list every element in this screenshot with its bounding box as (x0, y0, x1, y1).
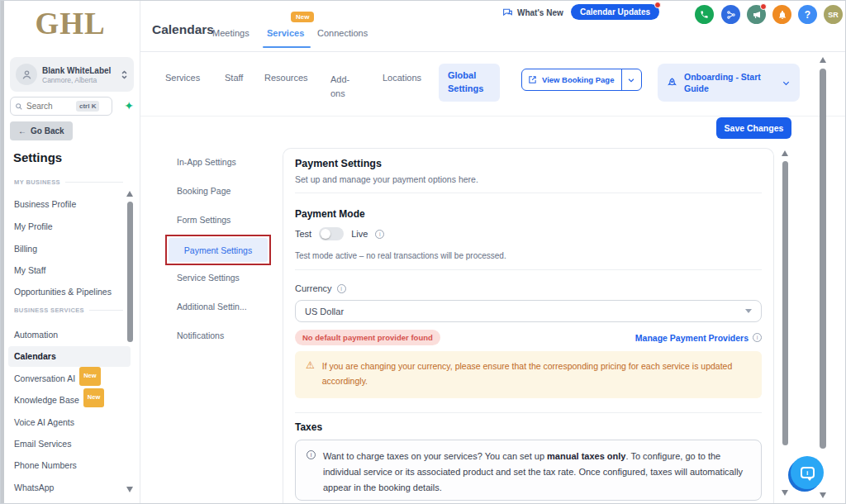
menu-additional-settings[interactable]: Additional Settin... (177, 302, 247, 311)
menu-payment-settings[interactable]: Payment Settings (169, 238, 268, 262)
page-scroll-up[interactable] (820, 57, 826, 63)
onboarding-start-guide-button[interactable]: Onboarding - Start Guide (658, 64, 800, 102)
taxes-info-box: Want to charge taxes on your services? Y… (295, 440, 762, 501)
sidebar-item-billing[interactable]: Billing (14, 240, 128, 257)
menu-form-settings[interactable]: Form Settings (177, 215, 231, 225)
menu-notifications[interactable]: Notifications (177, 330, 224, 340)
onboarding-label: Onboarding - Start Guide (684, 71, 775, 94)
content-scrollbar[interactable] (782, 161, 788, 445)
sidebar: GHL Blank WhiteLabel Canmore, Alberta (4, 1, 140, 504)
integrations-icon[interactable] (721, 5, 740, 24)
subtab-staff[interactable]: Staff (225, 73, 243, 83)
subtab-locations[interactable]: Locations (383, 73, 421, 83)
sidebar-item-phone-numbers[interactable]: Phone Numbers (14, 457, 128, 473)
notification-dot (654, 2, 661, 8)
sidebar-scrollbar[interactable] (127, 202, 133, 342)
currency-label: Currency (295, 283, 332, 293)
search-input[interactable] (26, 102, 73, 111)
new-badge: New (83, 388, 104, 407)
sidebar-scroll-down[interactable] (126, 487, 133, 492)
account-avatar-icon (16, 64, 37, 85)
whats-new-button[interactable]: What's New (502, 7, 563, 18)
chevron-down-icon[interactable] (627, 76, 635, 84)
sidebar-item-conversation-ai[interactable]: Conversation AINew (14, 370, 128, 387)
sidebar-item-voice-ai-agents[interactable]: Voice AI Agents (14, 414, 128, 430)
chevron-down-icon (782, 78, 791, 88)
support-chat-button[interactable] (791, 456, 824, 489)
sidebar-item-email-services[interactable]: Email Services (14, 435, 128, 452)
chevron-down-icon (745, 309, 752, 313)
page-scroll-down[interactable] (820, 492, 826, 498)
sidebar-item-opportunities-pipelines[interactable]: Opportunities & Pipelines (14, 283, 128, 300)
sidebar-item-whatsapp[interactable]: WhatsApp (14, 479, 128, 496)
phone-icon[interactable] (695, 5, 714, 24)
view-booking-page-button[interactable]: View Booking Page (521, 69, 642, 91)
toggle-knob (321, 229, 330, 239)
sidebar-item-calendars[interactable]: Calendars (8, 346, 131, 367)
save-changes-button[interactable]: Save Changes (716, 117, 791, 139)
button-divider (621, 69, 622, 90)
live-label: Live (351, 229, 368, 239)
taxes-heading: Taxes (295, 421, 322, 433)
menu-service-settings[interactable]: Service Settings (177, 273, 240, 283)
tab-services[interactable]: Services (267, 28, 304, 38)
bell-icon[interactable] (772, 5, 791, 24)
menu-booking-page[interactable]: Booking Page (177, 186, 231, 196)
divider (295, 269, 762, 270)
subtab-resources[interactable]: Resources (264, 73, 308, 83)
settings-title: Settings (13, 150, 62, 164)
sidebar-item-business-profile[interactable]: Business Profile (14, 196, 128, 212)
services-new-badge: New (291, 12, 314, 22)
currency-select[interactable]: US Dollar (295, 300, 762, 322)
warning-icon (306, 359, 315, 390)
whats-new-icon (502, 7, 513, 18)
tab-meetings[interactable]: Meetings (212, 28, 250, 38)
mode-toggle[interactable] (319, 227, 344, 240)
subtab-add-ons[interactable]: Add-ons (330, 73, 359, 100)
currency-warning-text: If you are changing your currency, pleas… (322, 359, 744, 390)
section-label-business-services: BUSINESS SERVICES (14, 307, 123, 314)
external-link-icon (528, 75, 537, 84)
account-switcher[interactable]: Blank WhiteLabel Canmore, Alberta (10, 57, 134, 92)
info-icon[interactable] (337, 284, 346, 293)
sidebar-item-my-staff[interactable]: My Staff (14, 262, 128, 278)
info-icon[interactable] (375, 230, 384, 239)
taxes-info-text: Want to charge taxes on your services? Y… (323, 449, 750, 492)
new-badge: New (79, 367, 100, 386)
page-title: Calendars (152, 22, 214, 37)
announcements-icon[interactable] (747, 5, 766, 24)
subtab-services[interactable]: Services (165, 73, 200, 83)
content-scroll-up[interactable] (782, 150, 788, 156)
currency-label-row: Currency (295, 283, 346, 293)
manage-payment-providers-link[interactable]: Manage Payment Providers (635, 333, 749, 343)
test-label: Test (295, 229, 311, 239)
section-label-my-business: MY BUSINESS (14, 178, 123, 186)
menu-in-app-settings[interactable]: In-App Settings (177, 157, 236, 167)
chat-info-icon (801, 467, 815, 478)
user-avatar[interactable]: SR (824, 5, 843, 24)
help-icon[interactable]: ? (798, 5, 817, 24)
app-window: GHL Blank WhiteLabel Canmore, Alberta (0, 0, 846, 504)
test-mode-note: Test mode active – no real transactions … (295, 251, 506, 260)
search-box[interactable]: ctrl K (10, 97, 112, 116)
sidebar-scroll-up[interactable] (126, 191, 133, 197)
ai-sparkle-icon[interactable] (121, 97, 137, 114)
divider (295, 412, 762, 413)
calendar-updates-button[interactable]: Calendar Updates (571, 4, 659, 20)
content-scroll-down[interactable] (782, 490, 788, 496)
back-arrow-icon (18, 126, 26, 136)
sidebar-item-knowledge-base[interactable]: Knowledge BaseNew (14, 392, 128, 408)
brand-logo: GHL (4, 6, 136, 41)
go-back-button[interactable]: Go Back (10, 121, 73, 140)
tab-connections[interactable]: Connections (317, 28, 368, 38)
page-scrollbar[interactable] (820, 69, 826, 449)
subtab-global-settings[interactable]: Global Settings (439, 64, 500, 102)
account-name: Blank WhiteLabel (42, 65, 111, 76)
currency-value: US Dollar (305, 307, 344, 316)
notification-dot (760, 3, 767, 10)
search-shortcut-badge: ctrl K (76, 101, 99, 112)
sidebar-item-automation[interactable]: Automation (14, 326, 128, 343)
sidebar-item-my-profile[interactable]: My Profile (14, 218, 128, 235)
info-icon (307, 450, 316, 459)
info-icon[interactable] (753, 333, 762, 342)
